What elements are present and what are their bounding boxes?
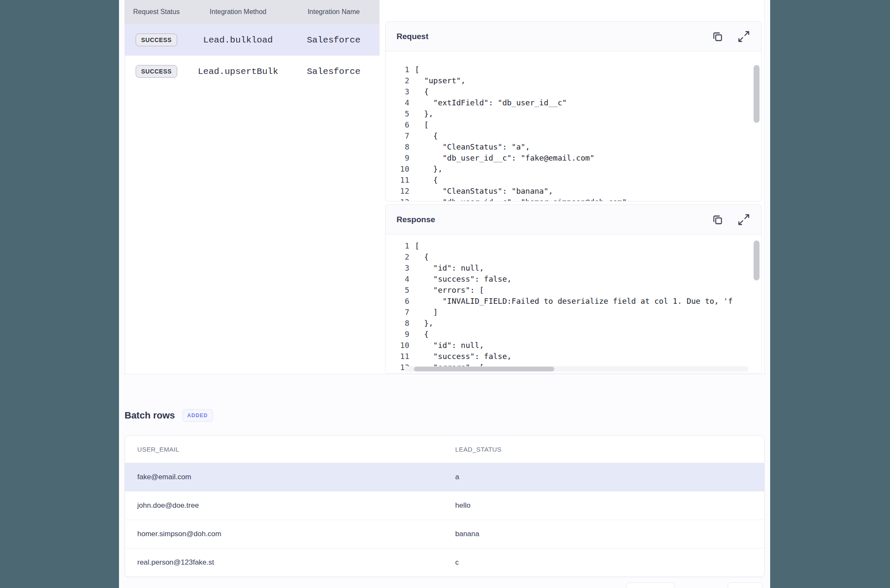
copy-icon[interactable] [711, 213, 724, 226]
line-number: 1 [385, 240, 415, 252]
line-text: "CleanStatus": "a", [415, 141, 530, 153]
line-number: 11 [385, 175, 415, 186]
line-number: 6 [385, 296, 415, 307]
integration-name-cell: Salesforce [288, 35, 380, 45]
line-number: 9 [385, 153, 415, 164]
code-line: 2 "upsert", [385, 75, 751, 86]
line-number: 5 [385, 108, 415, 119]
vertical-scrollbar-thumb[interactable] [754, 240, 760, 280]
line-text: }, [415, 318, 433, 329]
code-line: 13 "db_user_id__c": "homer.simpson@doh.c… [385, 197, 751, 201]
line-text: "success": false, [415, 274, 512, 285]
requests-table: Request Status Integration Method Integr… [125, 0, 380, 373]
user-email-cell: homer.simpson@doh.com [125, 530, 455, 538]
horizontal-scrollbar-track[interactable] [404, 366, 748, 372]
line-number: 10 [385, 164, 415, 175]
column-header-integration-name: Integration Name [288, 0, 380, 24]
batch-row[interactable]: john.doe@doe.tree hello [125, 492, 764, 520]
lead-status-cell: hello [455, 501, 764, 510]
line-text: { [415, 329, 429, 340]
line-text: [ [415, 64, 419, 75]
line-number: 5 [385, 285, 415, 296]
response-panel: Response [385, 204, 762, 373]
request-status-cell: SUCCESS [125, 34, 188, 46]
response-code-viewer[interactable]: 1 [ 2 { 3 "id": null, 4 "success": false… [385, 235, 751, 373]
code-line: 11 { [385, 175, 751, 186]
line-number: 2 [385, 75, 415, 86]
line-number: 12 [385, 186, 415, 197]
line-text: [ [415, 240, 419, 252]
batch-rows-table: USER_EMAIL LEAD_STATUS fake@email.com a … [125, 435, 765, 577]
code-line: 8 }, [385, 318, 751, 329]
screen: Request Status Integration Method Integr… [0, 0, 890, 588]
line-text: "extIdField": "db_user_id__c" [415, 97, 567, 108]
column-header-integration-method: Integration Method [188, 0, 288, 24]
expand-icon[interactable] [737, 30, 750, 43]
line-number: 3 [385, 263, 415, 274]
request-row[interactable]: SUCCESS Lead.upsertBulk Salesforce [125, 56, 380, 87]
batch-rows-heading: Batch rows ADDED [125, 406, 213, 425]
status-badge: SUCCESS [136, 65, 177, 78]
requests-table-header: Request Status Integration Method Integr… [125, 0, 380, 24]
line-text: "errors": [ [415, 285, 484, 296]
line-number: 8 [385, 318, 415, 329]
vertical-scrollbar-thumb[interactable] [754, 65, 760, 123]
requests-table-body: SUCCESS Lead.bulkload Salesforce SUCCESS… [125, 24, 380, 87]
code-line: 3 "id": null, [385, 263, 751, 274]
line-number: 4 [385, 274, 415, 285]
line-text: { [415, 175, 438, 186]
line-number: 9 [385, 329, 415, 340]
code-line: 7 ] [385, 307, 751, 318]
response-panel-title: Response [397, 215, 435, 224]
column-header-request-status: Request Status [125, 0, 188, 24]
horizontal-scrollbar-thumb[interactable] [414, 367, 554, 371]
line-text: }, [415, 108, 433, 119]
lead-status-cell: a [455, 473, 764, 481]
request-status-cell: SUCCESS [125, 65, 188, 78]
expand-icon[interactable] [737, 213, 750, 226]
line-number: 4 [385, 97, 415, 108]
code-line: 6 [ [385, 119, 751, 130]
line-number: 3 [385, 86, 415, 97]
user-email-cell: real.person@123fake.st [125, 558, 455, 567]
line-text: "id": null, [415, 340, 484, 351]
line-number: 2 [385, 252, 415, 263]
main-content: Request Status Integration Method Integr… [119, 0, 770, 588]
code-line: 11 "success": false, [385, 351, 751, 362]
line-text: }, [415, 164, 442, 175]
batch-table-header: USER_EMAIL LEAD_STATUS [125, 436, 764, 463]
request-panel: Request [385, 21, 762, 201]
code-line: 8 "CleanStatus": "a", [385, 141, 751, 153]
line-text: { [415, 130, 438, 141]
line-text: [ [415, 119, 429, 130]
code-line: 10 }, [385, 164, 751, 175]
pagination-button-right[interactable] [728, 582, 762, 588]
request-row[interactable]: SUCCESS Lead.bulkload Salesforce [125, 24, 380, 56]
line-text: { [415, 252, 429, 263]
lead-status-cell: c [455, 558, 764, 567]
batch-row[interactable]: homer.simpson@doh.com banana [125, 520, 764, 548]
line-text: "success": false, [415, 351, 512, 362]
code-line: 10 "id": null, [385, 340, 751, 351]
request-code-viewer[interactable]: 1 [ 2 "upsert", 3 { 4 "extIdField": "db_… [385, 51, 751, 201]
code-line: 3 { [385, 86, 751, 97]
line-number: 7 [385, 307, 415, 318]
code-line: 1 [ [385, 240, 751, 252]
code-line: 5 "errors": [ [385, 285, 751, 296]
batch-row[interactable]: real.person@123fake.st c [125, 548, 764, 577]
copy-icon[interactable] [711, 30, 724, 43]
code-line: 2 { [385, 252, 751, 263]
batch-row[interactable]: fake@email.com a [125, 463, 764, 492]
request-panel-header: Request [385, 22, 761, 51]
pagination-button-left[interactable] [626, 582, 675, 588]
lead-status-cell: banana [455, 530, 764, 538]
code-line: 4 "success": false, [385, 274, 751, 285]
code-line: 7 { [385, 130, 751, 141]
status-badge: SUCCESS [136, 34, 177, 46]
code-line: 12 "CleanStatus": "banana", [385, 186, 751, 197]
line-text: "INVALID_FIELD:Failed to deserialize fie… [415, 296, 733, 307]
request-panel-title: Request [397, 32, 428, 41]
batch-rows-title: Batch rows [125, 410, 175, 421]
code-line: 9 { [385, 329, 751, 340]
integration-name-cell: Salesforce [288, 67, 380, 76]
